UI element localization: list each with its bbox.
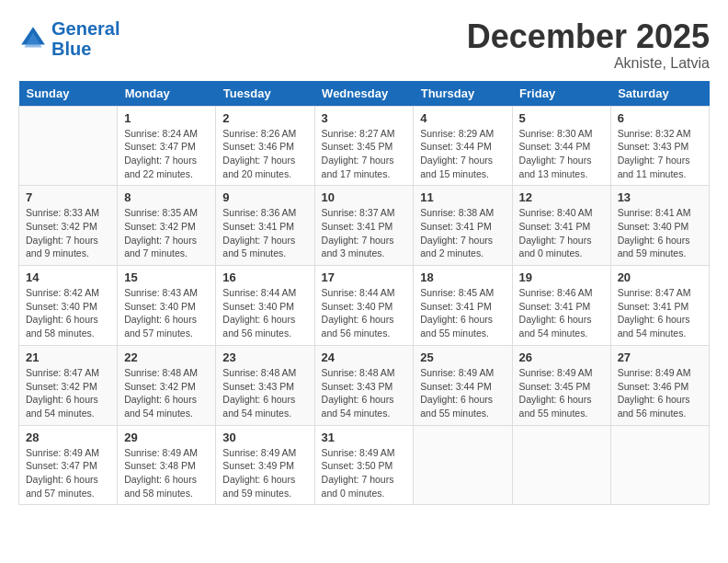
day-info: Sunrise: 8:42 AMSunset: 3:40 PMDaylight:…: [26, 286, 110, 340]
day-number: 10: [322, 190, 407, 204]
calendar-cell: 12Sunrise: 8:40 AMSunset: 3:41 PMDayligh…: [512, 186, 610, 266]
day-info: Sunrise: 8:49 AMSunset: 3:44 PMDaylight:…: [420, 366, 505, 420]
calendar-cell: 2Sunrise: 8:26 AMSunset: 3:46 PMDaylight…: [216, 106, 314, 186]
month-title: December 2025: [467, 18, 710, 55]
day-info: Sunrise: 8:43 AMSunset: 3:40 PMDaylight:…: [124, 286, 209, 340]
day-info: Sunrise: 8:48 AMSunset: 3:43 PMDaylight:…: [222, 366, 307, 420]
day-number: 7: [26, 190, 110, 204]
day-info: Sunrise: 8:29 AMSunset: 3:44 PMDaylight:…: [420, 127, 505, 181]
page-header: General Blue December 2025 Akniste, Latv…: [18, 18, 710, 72]
calendar-cell: 30Sunrise: 8:49 AMSunset: 3:49 PMDayligh…: [216, 425, 314, 505]
calendar-cell: 24Sunrise: 8:48 AMSunset: 3:43 PMDayligh…: [314, 345, 414, 425]
calendar-cell: 18Sunrise: 8:45 AMSunset: 3:41 PMDayligh…: [414, 266, 512, 346]
day-number: 19: [519, 270, 604, 284]
title-block: December 2025 Akniste, Latvia: [467, 18, 710, 72]
calendar-cell: 7Sunrise: 8:33 AMSunset: 3:42 PMDaylight…: [19, 186, 118, 266]
column-header-thursday: Thursday: [414, 81, 512, 107]
day-number: 12: [519, 190, 604, 204]
header-row: SundayMondayTuesdayWednesdayThursdayFrid…: [19, 81, 710, 107]
calendar-cell: 6Sunrise: 8:32 AMSunset: 3:43 PMDaylight…: [610, 106, 709, 186]
week-row-4: 21Sunrise: 8:47 AMSunset: 3:42 PMDayligh…: [19, 345, 710, 425]
day-number: 28: [26, 431, 110, 444]
day-info: Sunrise: 8:46 AMSunset: 3:41 PMDaylight:…: [519, 286, 604, 340]
calendar-cell: 15Sunrise: 8:43 AMSunset: 3:40 PMDayligh…: [118, 266, 216, 346]
day-number: 18: [420, 270, 505, 284]
column-header-monday: Monday: [118, 81, 216, 107]
calendar-cell: 5Sunrise: 8:30 AMSunset: 3:44 PMDaylight…: [512, 106, 610, 186]
day-number: 20: [618, 270, 702, 284]
day-info: Sunrise: 8:38 AMSunset: 3:41 PMDaylight:…: [420, 206, 505, 260]
calendar-cell: 14Sunrise: 8:42 AMSunset: 3:40 PMDayligh…: [19, 266, 118, 346]
calendar-cell: 21Sunrise: 8:47 AMSunset: 3:42 PMDayligh…: [19, 345, 118, 425]
day-number: 16: [222, 270, 307, 284]
calendar-cell: 3Sunrise: 8:27 AMSunset: 3:45 PMDaylight…: [314, 106, 414, 186]
week-row-1: 1Sunrise: 8:24 AMSunset: 3:47 PMDaylight…: [19, 106, 710, 186]
calendar-cell: 31Sunrise: 8:49 AMSunset: 3:50 PMDayligh…: [314, 425, 414, 505]
day-number: 3: [322, 111, 407, 125]
calendar-cell: [512, 425, 610, 505]
day-info: Sunrise: 8:49 AMSunset: 3:49 PMDaylight:…: [222, 446, 307, 500]
logo: General Blue: [18, 18, 119, 59]
day-number: 11: [420, 190, 505, 204]
day-number: 24: [322, 350, 407, 364]
column-header-saturday: Saturday: [610, 81, 709, 107]
calendar-cell: 10Sunrise: 8:37 AMSunset: 3:41 PMDayligh…: [314, 186, 414, 266]
calendar-cell: 9Sunrise: 8:36 AMSunset: 3:41 PMDaylight…: [216, 186, 314, 266]
day-number: 27: [618, 350, 702, 364]
day-number: 29: [124, 431, 209, 444]
day-number: 14: [26, 270, 110, 284]
day-number: 6: [618, 111, 702, 125]
day-info: Sunrise: 8:24 AMSunset: 3:47 PMDaylight:…: [124, 127, 209, 181]
calendar-cell: 20Sunrise: 8:47 AMSunset: 3:41 PMDayligh…: [610, 266, 709, 346]
day-number: 2: [222, 111, 307, 125]
column-header-wednesday: Wednesday: [314, 81, 414, 107]
day-info: Sunrise: 8:49 AMSunset: 3:50 PMDaylight:…: [322, 446, 407, 500]
calendar-cell: 4Sunrise: 8:29 AMSunset: 3:44 PMDaylight…: [414, 106, 512, 186]
calendar-cell: [610, 425, 709, 505]
calendar-cell: 1Sunrise: 8:24 AMSunset: 3:47 PMDaylight…: [118, 106, 216, 186]
calendar-cell: 16Sunrise: 8:44 AMSunset: 3:40 PMDayligh…: [216, 266, 314, 346]
day-info: Sunrise: 8:47 AMSunset: 3:42 PMDaylight:…: [26, 366, 110, 420]
day-number: 17: [322, 270, 407, 284]
day-number: 31: [322, 431, 407, 444]
week-row-2: 7Sunrise: 8:33 AMSunset: 3:42 PMDaylight…: [19, 186, 710, 266]
calendar-table: SundayMondayTuesdayWednesdayThursdayFrid…: [18, 81, 710, 506]
day-info: Sunrise: 8:37 AMSunset: 3:41 PMDaylight:…: [322, 206, 407, 260]
calendar-cell: 22Sunrise: 8:48 AMSunset: 3:42 PMDayligh…: [118, 345, 216, 425]
day-info: Sunrise: 8:41 AMSunset: 3:40 PMDaylight:…: [618, 206, 702, 260]
day-number: 22: [124, 350, 209, 364]
day-number: 9: [222, 190, 307, 204]
calendar-cell: 11Sunrise: 8:38 AMSunset: 3:41 PMDayligh…: [414, 186, 512, 266]
day-number: 13: [618, 190, 702, 204]
day-info: Sunrise: 8:30 AMSunset: 3:44 PMDaylight:…: [519, 127, 604, 181]
calendar-cell: 13Sunrise: 8:41 AMSunset: 3:40 PMDayligh…: [610, 186, 709, 266]
logo-text: General Blue: [51, 18, 119, 59]
calendar-cell: [19, 106, 118, 186]
day-info: Sunrise: 8:35 AMSunset: 3:42 PMDaylight:…: [124, 206, 209, 260]
calendar-cell: 25Sunrise: 8:49 AMSunset: 3:44 PMDayligh…: [414, 345, 512, 425]
calendar-cell: 19Sunrise: 8:46 AMSunset: 3:41 PMDayligh…: [512, 266, 610, 346]
day-info: Sunrise: 8:26 AMSunset: 3:46 PMDaylight:…: [222, 127, 307, 181]
day-number: 1: [124, 111, 209, 125]
day-info: Sunrise: 8:27 AMSunset: 3:45 PMDaylight:…: [322, 127, 407, 181]
day-info: Sunrise: 8:49 AMSunset: 3:46 PMDaylight:…: [618, 366, 702, 420]
day-number: 5: [519, 111, 604, 125]
day-info: Sunrise: 8:32 AMSunset: 3:43 PMDaylight:…: [618, 127, 702, 181]
day-info: Sunrise: 8:44 AMSunset: 3:40 PMDaylight:…: [222, 286, 307, 340]
calendar-cell: 8Sunrise: 8:35 AMSunset: 3:42 PMDaylight…: [118, 186, 216, 266]
day-info: Sunrise: 8:36 AMSunset: 3:41 PMDaylight:…: [222, 206, 307, 260]
calendar-cell: 17Sunrise: 8:44 AMSunset: 3:40 PMDayligh…: [314, 266, 414, 346]
day-info: Sunrise: 8:45 AMSunset: 3:41 PMDaylight:…: [420, 286, 505, 340]
day-info: Sunrise: 8:33 AMSunset: 3:42 PMDaylight:…: [26, 206, 110, 260]
calendar-cell: 28Sunrise: 8:49 AMSunset: 3:47 PMDayligh…: [19, 425, 118, 505]
week-row-3: 14Sunrise: 8:42 AMSunset: 3:40 PMDayligh…: [19, 266, 710, 346]
day-number: 23: [222, 350, 307, 364]
column-header-sunday: Sunday: [19, 81, 118, 107]
day-number: 4: [420, 111, 505, 125]
calendar-cell: 29Sunrise: 8:49 AMSunset: 3:48 PMDayligh…: [118, 425, 216, 505]
week-row-5: 28Sunrise: 8:49 AMSunset: 3:47 PMDayligh…: [19, 425, 710, 505]
day-number: 30: [222, 431, 307, 444]
location-subtitle: Akniste, Latvia: [467, 55, 710, 72]
day-number: 8: [124, 190, 209, 204]
day-info: Sunrise: 8:40 AMSunset: 3:41 PMDaylight:…: [519, 206, 604, 260]
